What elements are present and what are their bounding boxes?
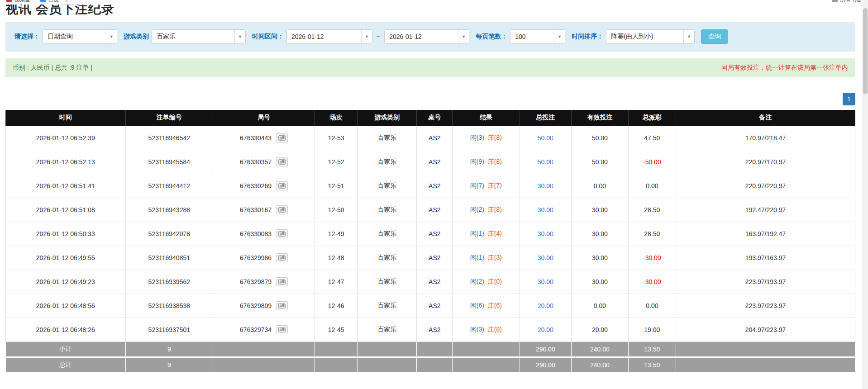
all-bookmarks-label: 所有书签 — [840, 0, 862, 4]
total-bet-link[interactable]: 50.00 — [520, 126, 571, 150]
game-detail-icon[interactable] — [276, 229, 288, 238]
note: 223.97/223.97 — [676, 294, 855, 318]
banker-result: 庄(3) — [488, 254, 502, 261]
game-detail-icon[interactable] — [276, 205, 288, 214]
game-detail-icon[interactable] — [276, 301, 288, 310]
time-range-label: 时间区间： — [252, 33, 284, 41]
valid-bet: 20.00 — [572, 318, 629, 342]
game-detail-icon[interactable] — [276, 253, 288, 262]
note: 193.97/163.97 — [676, 246, 855, 270]
bet-id: 523116942078 — [125, 222, 213, 246]
header-session: 场次 — [315, 110, 358, 126]
total-valid-bet: 240.00 — [572, 357, 629, 372]
header-note: 备注 — [676, 110, 855, 126]
player-result: 闲(6) — [470, 302, 484, 309]
valid-bet: 30.00 — [572, 198, 629, 222]
search-button[interactable]: 查询 — [701, 29, 728, 44]
table-no: AS2 — [417, 222, 453, 246]
session-no: 12-46 — [315, 294, 358, 318]
date-to-input[interactable]: 2026-01-12 ▼ — [384, 29, 469, 44]
bookmark-item[interactable]: 视频金 — [6, 0, 30, 4]
total-bet-link[interactable]: 20.00 — [520, 318, 571, 342]
table-body: 2026-01-12 06:52:39 523116946542 6763304… — [6, 126, 855, 342]
chevron-down-icon: ▼ — [683, 30, 694, 43]
round-cell: 676330269 — [213, 174, 315, 198]
player-result: 闲(3) — [470, 326, 484, 333]
page-size-label: 每页笔数： — [476, 33, 507, 41]
session-no: 12-51 — [315, 174, 358, 198]
round-id: 676330083 — [240, 230, 272, 237]
sort-order-select[interactable]: 降幂(由大到小) ▼ — [606, 29, 695, 44]
note: 163.97/192.47 — [676, 222, 855, 246]
banker-result: 庄(8) — [488, 326, 502, 333]
bet-time: 2026-01-12 06:49:55 — [6, 246, 126, 270]
round-id: 676329734 — [240, 326, 272, 333]
note: 192.47/220.97 — [676, 198, 855, 222]
total-bet-link[interactable]: 20.00 — [520, 294, 571, 318]
game-type: 百家乐 — [358, 246, 417, 270]
date-from-input[interactable]: 2026-01-12 ▼ — [286, 29, 372, 44]
payout: 19.00 — [628, 318, 676, 342]
header-valid-bet: 有效投注 — [572, 110, 629, 126]
all-bookmarks-button[interactable]: 所有书签 — [832, 0, 862, 4]
game-detail-icon[interactable] — [276, 325, 288, 334]
total-count: 9 — [125, 357, 213, 372]
query-type-select[interactable]: 日期查询 ▼ — [43, 29, 117, 44]
payout: -30.00 — [628, 270, 676, 294]
header-bet-id: 注单编号 — [125, 110, 213, 126]
page-size-select[interactable]: 100 ▼ — [510, 29, 565, 44]
subtotal-valid-bet: 240.00 — [572, 342, 629, 357]
round-cell: 676329734 — [213, 318, 315, 342]
total-bet-link[interactable]: 30.00 — [520, 270, 571, 294]
total-bet-link[interactable]: 30.00 — [520, 174, 571, 198]
bet-time: 2026-01-12 06:51:08 — [6, 198, 126, 222]
chevron-down-icon: ▼ — [554, 30, 565, 43]
session-no: 12-45 — [315, 318, 358, 342]
summary-bar: 币别 : 人民币 | 总共 :9 注单 | 同局有效投注，统一计算在该局第一张注… — [5, 58, 855, 77]
bet-time: 2026-01-12 06:50:33 — [6, 222, 126, 246]
game-type: 百家乐 — [358, 222, 417, 246]
pagination: 1 — [5, 93, 855, 105]
round-cell: 676330083 — [213, 222, 315, 246]
bookmark-item[interactable]: 百度一下 — [40, 0, 70, 4]
game-type-value: 百家乐 — [152, 33, 234, 41]
date-from-value: 2026-01-12 — [287, 33, 361, 40]
total-bet-link[interactable]: 30.00 — [520, 222, 571, 246]
bookmark-favicon — [40, 0, 46, 2]
total-bet-link[interactable]: 50.00 — [520, 150, 571, 174]
page-button-1[interactable]: 1 — [843, 93, 855, 105]
result-cell: 闲(7) 庄(7) — [453, 174, 520, 198]
result-cell: 闲(1) 庄(3) — [453, 246, 520, 270]
banker-result: 庄(8) — [488, 158, 502, 165]
payout: 47.50 — [628, 126, 676, 150]
subtotal-label: 小计 — [6, 342, 126, 357]
result-cell: 闲(1) 庄(4) — [453, 222, 520, 246]
game-type-label: 游戏类别 — [124, 33, 149, 41]
round-id: 676329879 — [240, 278, 272, 285]
player-result: 闲(2) — [470, 278, 484, 285]
total-total-bet: 290.00 — [520, 357, 571, 372]
round-id: 676330357 — [240, 158, 272, 166]
table-row: 2026-01-12 06:52:39 523116946542 6763304… — [6, 126, 855, 150]
valid-bet-notice: 同局有效投注，统一计算在该局第一张注单内 — [721, 64, 848, 72]
session-no: 12-53 — [315, 126, 358, 150]
game-type: 百家乐 — [358, 198, 417, 222]
game-detail-icon[interactable] — [276, 277, 288, 286]
payout: 0.00 — [628, 294, 676, 318]
game-type-select[interactable]: 百家乐 ▼ — [152, 29, 246, 44]
total-bet-link[interactable]: 30.00 — [520, 198, 571, 222]
table-row: 2026-01-12 06:51:41 523116944412 6763302… — [6, 174, 855, 198]
header-game-type: 游戏类别 — [358, 110, 417, 126]
total-bet-link[interactable]: 30.00 — [520, 246, 571, 270]
game-detail-icon[interactable] — [276, 157, 288, 166]
game-detail-icon[interactable] — [276, 133, 288, 142]
game-detail-icon[interactable] — [276, 181, 288, 190]
result-cell: 闲(3) 庄(8) — [453, 318, 520, 342]
window-scrollbar[interactable] — [862, 0, 868, 389]
chevron-down-icon: ▼ — [106, 30, 117, 43]
scrollbar-thumb[interactable] — [863, 8, 868, 94]
subtotal-count: 9 — [125, 342, 213, 357]
header-round-id: 局号 — [213, 110, 315, 126]
player-result: 闲(3) — [470, 134, 484, 141]
date-range-separator: ~ — [377, 33, 380, 40]
